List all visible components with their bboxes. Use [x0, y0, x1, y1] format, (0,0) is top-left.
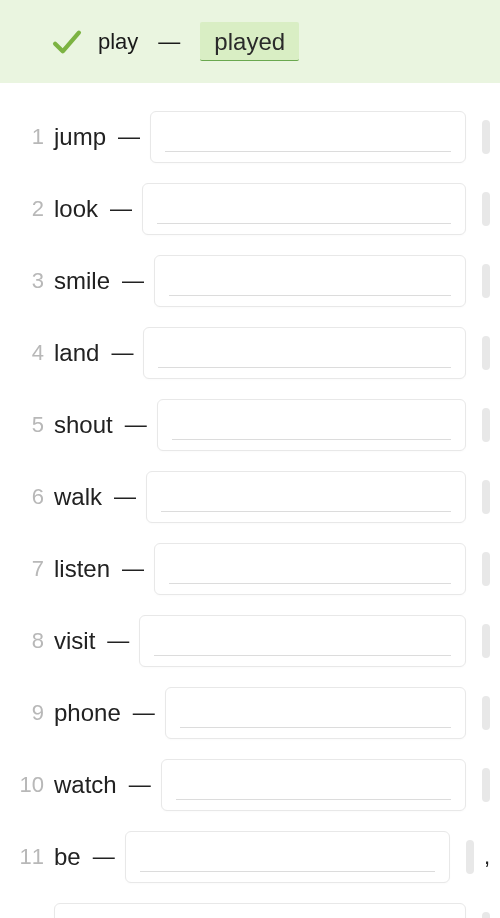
- drag-handle[interactable]: [482, 912, 490, 918]
- dash: —: [107, 628, 129, 654]
- exercise-row: 9 phone —: [0, 677, 490, 749]
- exercise-row: 11 be — ,: [0, 821, 490, 893]
- answer-input[interactable]: [125, 831, 450, 883]
- exercise-list: 1 jump — 2 look — 3 smile — 4 land — 5 s…: [0, 83, 500, 918]
- answer-input[interactable]: [154, 255, 466, 307]
- item-number: 4: [0, 340, 44, 366]
- item-word: visit: [54, 627, 95, 655]
- item-word: land: [54, 339, 99, 367]
- item-word: watch: [54, 771, 117, 799]
- drag-handle[interactable]: [482, 552, 490, 586]
- drag-handle[interactable]: [466, 840, 474, 874]
- drag-handle[interactable]: [482, 480, 490, 514]
- dash: —: [118, 124, 140, 150]
- item-number: 1: [0, 124, 44, 150]
- dash: —: [125, 412, 147, 438]
- exercise-row: 6 walk —: [0, 461, 490, 533]
- answer-input[interactable]: [142, 183, 466, 235]
- dash: —: [122, 268, 144, 294]
- item-word: walk: [54, 483, 102, 511]
- exercise-row: 4 land —: [0, 317, 490, 389]
- item-number: 7: [0, 556, 44, 582]
- dash: —: [158, 29, 180, 55]
- item-number: 8: [0, 628, 44, 654]
- exercise-row: 8 visit —: [0, 605, 490, 677]
- dash: —: [93, 844, 115, 870]
- item-number: 5: [0, 412, 44, 438]
- answer-input[interactable]: [143, 327, 466, 379]
- example-answer: played: [200, 22, 299, 61]
- item-number: 10: [0, 772, 44, 798]
- dash: —: [110, 196, 132, 222]
- answer-input[interactable]: [146, 471, 466, 523]
- exercise-row-continuation: [0, 893, 490, 918]
- drag-handle[interactable]: [482, 408, 490, 442]
- dash: —: [122, 556, 144, 582]
- item-number: 6: [0, 484, 44, 510]
- answer-input[interactable]: [165, 687, 466, 739]
- item-word: shout: [54, 411, 113, 439]
- check-icon: [50, 25, 84, 59]
- example-word: play: [98, 29, 138, 55]
- answer-input[interactable]: [54, 903, 466, 918]
- trailing-comma: ,: [484, 844, 490, 870]
- drag-handle[interactable]: [482, 696, 490, 730]
- exercise-row: 5 shout —: [0, 389, 490, 461]
- item-number: 11: [0, 844, 44, 870]
- item-number: 3: [0, 268, 44, 294]
- drag-handle[interactable]: [482, 192, 490, 226]
- item-word: smile: [54, 267, 110, 295]
- item-word: jump: [54, 123, 106, 151]
- answer-input[interactable]: [139, 615, 466, 667]
- drag-handle[interactable]: [482, 264, 490, 298]
- drag-handle[interactable]: [482, 768, 490, 802]
- exercise-row: 10 watch —: [0, 749, 490, 821]
- drag-handle[interactable]: [482, 120, 490, 154]
- item-number: 2: [0, 196, 44, 222]
- exercise-row: 3 smile —: [0, 245, 490, 317]
- drag-handle[interactable]: [482, 336, 490, 370]
- item-word: phone: [54, 699, 121, 727]
- answer-input[interactable]: [157, 399, 466, 451]
- item-number: 9: [0, 700, 44, 726]
- example-banner: play — played: [0, 0, 500, 83]
- answer-input[interactable]: [161, 759, 466, 811]
- answer-input[interactable]: [154, 543, 466, 595]
- exercise-row: 7 listen —: [0, 533, 490, 605]
- exercise-row: 2 look —: [0, 173, 490, 245]
- item-word: be: [54, 843, 81, 871]
- dash: —: [129, 772, 151, 798]
- drag-handle[interactable]: [482, 624, 490, 658]
- item-word: listen: [54, 555, 110, 583]
- dash: —: [111, 340, 133, 366]
- dash: —: [114, 484, 136, 510]
- exercise-row: 1 jump —: [0, 101, 490, 173]
- answer-input[interactable]: [150, 111, 466, 163]
- dash: —: [133, 700, 155, 726]
- item-word: look: [54, 195, 98, 223]
